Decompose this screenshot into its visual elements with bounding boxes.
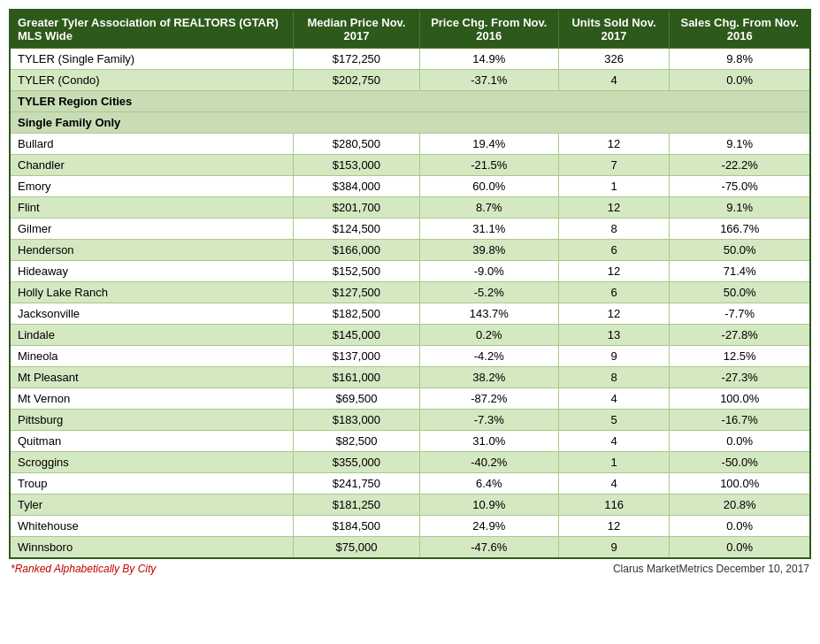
price-chg: -87.2% xyxy=(419,388,558,410)
sales-chg: 20.8% xyxy=(670,494,810,516)
table-row: TYLER Region Cities xyxy=(10,91,810,112)
table-row: Mt Vernon$69,500-87.2%4100.0% xyxy=(10,388,810,410)
table-row: Winnsboro$75,000-47.6%90.0% xyxy=(10,537,810,559)
median-price: $183,000 xyxy=(294,410,420,431)
price-chg: 0.2% xyxy=(419,325,558,346)
units-sold: 4 xyxy=(558,388,670,410)
sales-chg: 9.1% xyxy=(670,197,810,218)
price-chg: 60.0% xyxy=(419,176,558,197)
price-chg: 143.7% xyxy=(419,303,558,325)
table-row: TYLER (Single Family)$172,25014.9%3269.8… xyxy=(10,49,810,70)
city-name: Gilmer xyxy=(10,218,294,240)
units-sold: 8 xyxy=(558,367,670,388)
sales-chg: -22.2% xyxy=(670,155,810,176)
sales-chg: 71.4% xyxy=(670,261,810,282)
city-name: Emory xyxy=(10,176,294,197)
price-chg: -9.0% xyxy=(419,261,558,282)
table-row: Henderson$166,00039.8%650.0% xyxy=(10,240,810,261)
sales-chg: -50.0% xyxy=(670,452,810,473)
units-sold: 1 xyxy=(558,452,670,473)
sales-chg: -16.7% xyxy=(670,410,810,431)
city-name: Lindale xyxy=(10,325,294,346)
units-sold: 6 xyxy=(558,282,670,303)
col-header-price-chg: Price Chg. From Nov. 2016 xyxy=(419,10,558,49)
median-price: $75,000 xyxy=(294,537,420,559)
median-price: $201,700 xyxy=(294,197,420,218)
units-sold: 5 xyxy=(558,410,670,431)
table-row: Flint$201,7008.7%129.1% xyxy=(10,197,810,218)
table-row: Pittsburg$183,000-7.3%5-16.7% xyxy=(10,410,810,431)
city-name: Pittsburg xyxy=(10,410,294,431)
price-chg: 10.9% xyxy=(419,494,558,516)
units-sold: 1 xyxy=(558,176,670,197)
price-chg: -40.2% xyxy=(419,452,558,473)
col-header-area: Greater Tyler Association of REALTORS (G… xyxy=(10,10,294,49)
units-sold: 9 xyxy=(558,346,670,367)
units-sold: 8 xyxy=(558,218,670,240)
table-row: Scroggins$355,000-40.2%1-50.0% xyxy=(10,452,810,473)
table-row: Bullard$280,50019.4%129.1% xyxy=(10,134,810,155)
table-row: Mt Pleasant$161,00038.2%8-27.3% xyxy=(10,367,810,388)
table-row: Mineola$137,000-4.2%912.5% xyxy=(10,346,810,367)
sales-chg: -75.0% xyxy=(670,176,810,197)
sales-chg: -27.8% xyxy=(670,325,810,346)
median-price: $241,750 xyxy=(294,473,420,494)
sales-chg: 50.0% xyxy=(670,282,810,303)
median-price: $172,250 xyxy=(294,49,420,70)
city-name: Henderson xyxy=(10,240,294,261)
price-chg: 19.4% xyxy=(419,134,558,155)
price-chg: 31.0% xyxy=(419,431,558,452)
footer-note: *Ranked Alphabetically By City xyxy=(11,563,156,575)
median-price: $202,750 xyxy=(294,70,420,91)
price-chg: -21.5% xyxy=(419,155,558,176)
sales-chg: 9.1% xyxy=(670,134,810,155)
sales-chg: 166.7% xyxy=(670,218,810,240)
price-chg: 39.8% xyxy=(419,240,558,261)
median-price: $161,000 xyxy=(294,367,420,388)
city-name: Chandler xyxy=(10,155,294,176)
price-chg: -5.2% xyxy=(419,282,558,303)
table-row: Jacksonville$182,500143.7%12-7.7% xyxy=(10,303,810,325)
units-sold: 116 xyxy=(558,494,670,516)
city-name: Hideaway xyxy=(10,261,294,282)
units-sold: 12 xyxy=(558,261,670,282)
median-price: $355,000 xyxy=(294,452,420,473)
median-price: $124,500 xyxy=(294,218,420,240)
table-row: Lindale$145,0000.2%13-27.8% xyxy=(10,325,810,346)
sales-chg: 0.0% xyxy=(670,70,810,91)
units-sold: 326 xyxy=(558,49,670,70)
city-name: Troup xyxy=(10,473,294,494)
units-sold: 4 xyxy=(558,473,670,494)
median-price: $384,000 xyxy=(294,176,420,197)
city-name: Winnsboro xyxy=(10,537,294,559)
median-price: $137,000 xyxy=(294,346,420,367)
col-header-units-sold: Units Sold Nov. 2017 xyxy=(558,10,670,49)
price-chg: 38.2% xyxy=(419,367,558,388)
sales-chg: 0.0% xyxy=(670,431,810,452)
sales-chg: 100.0% xyxy=(670,388,810,410)
units-sold: 12 xyxy=(558,197,670,218)
median-price: $182,500 xyxy=(294,303,420,325)
city-name: Holly Lake Ranch xyxy=(10,282,294,303)
table-row: Gilmer$124,50031.1%8166.7% xyxy=(10,218,810,240)
units-sold: 9 xyxy=(558,537,670,559)
city-name: Tyler xyxy=(10,494,294,516)
col-header-sales-chg: Sales Chg. From Nov. 2016 xyxy=(670,10,810,49)
section-label: Single Family Only xyxy=(10,112,810,134)
units-sold: 4 xyxy=(558,431,670,452)
units-sold: 6 xyxy=(558,240,670,261)
table-row: Single Family Only xyxy=(10,112,810,134)
median-price: $166,000 xyxy=(294,240,420,261)
sales-chg: 0.0% xyxy=(670,516,810,537)
median-price: $145,000 xyxy=(294,325,420,346)
city-name: Whitehouse xyxy=(10,516,294,537)
median-price: $184,500 xyxy=(294,516,420,537)
table-row: Troup$241,7506.4%4100.0% xyxy=(10,473,810,494)
units-sold: 12 xyxy=(558,516,670,537)
city-name: Mineola xyxy=(10,346,294,367)
city-name: TYLER (Condo) xyxy=(10,70,294,91)
table-row: Whitehouse$184,50024.9%120.0% xyxy=(10,516,810,537)
header-row: Greater Tyler Association of REALTORS (G… xyxy=(10,10,810,49)
price-chg: 6.4% xyxy=(419,473,558,494)
price-chg: 14.9% xyxy=(419,49,558,70)
